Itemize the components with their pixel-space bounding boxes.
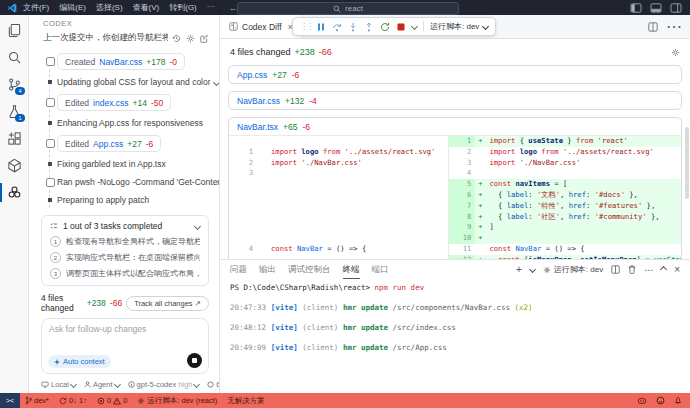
maximize-panel-icon[interactable] [660,266,667,273]
run-script-selector[interactable]: 运行脚本: dev [430,21,488,32]
file-card-header[interactable]: NavBar.css+132-4 [229,92,681,109]
tasks-header[interactable]: 1 out of 3 tasks completed [50,221,200,231]
menu-item-1[interactable]: 编辑(E) [59,2,86,13]
panel-tab-问题[interactable]: 问题 [230,260,247,279]
remote-indicator[interactable]: >< [0,393,20,408]
timeline-item[interactable]: Fixing garbled text in App.tsx [57,158,219,170]
menu-item-0[interactable]: 文件(F) [23,2,49,13]
followup-input[interactable]: Ask for follow-up changes Auto context [41,318,209,374]
activity-item-explorer[interactable] [0,17,28,44]
timeline-item[interactable]: EditedApp.css+27-6 [57,135,219,152]
change-file-link[interactable]: index.css [93,98,128,108]
step-out-icon[interactable] [364,22,374,32]
stop-options-chevron[interactable] [411,23,418,30]
file-card-NavBar.css[interactable]: NavBar.css+132-4 [228,91,682,110]
solution-status[interactable]: 无解决方案 [222,396,270,406]
copilot-icon[interactable] [637,397,647,405]
kill-terminal-icon[interactable] [628,265,636,274]
file-change-card[interactable]: CreatedNavBar.css+178-0 [57,53,185,70]
split-terminal-icon[interactable] [611,265,620,274]
history-icon[interactable] [172,34,181,43]
terminal-token: [vite] [271,323,298,332]
step-into-icon[interactable] [348,22,358,32]
expand-chevron[interactable] [213,79,219,86]
toggle-panel-icon[interactable] [650,3,662,13]
track-all-changes-button[interactable]: Track all changes ↗ [126,296,209,311]
toggle-secondary-sidebar-icon[interactable] [670,3,682,13]
file-name-link[interactable]: App.css [237,70,267,80]
menu-item-2[interactable]: 选择(S) [96,2,123,13]
restart-icon[interactable] [380,22,390,32]
command-center[interactable]: react [237,2,459,15]
sync-status[interactable]: 0↓ 1↑ [54,396,92,405]
active-terminal-label[interactable]: 运行脚本: dev [543,264,603,275]
file-change-card[interactable]: Editedindex.css+14-50 [57,94,171,111]
activity-item-remote[interactable] [0,152,28,179]
auto-context-chip[interactable]: Auto context [48,355,111,368]
pause-icon[interactable] [316,22,326,32]
problems-status[interactable]: 0 0 [92,396,132,405]
drag-grip-icon[interactable]: ⋮⋮ [300,22,312,31]
codex-summary-row[interactable]: 上一次提交中，你创建的导航栏将整个页面做成了移动... [29,30,219,44]
feedback-icon[interactable] [656,396,665,405]
panel-tab-调试控制台[interactable]: 调试控制台 [288,260,331,279]
step-over-icon[interactable] [332,22,342,32]
removed-count: -66 [110,298,122,308]
activity-item-testing[interactable]: 1 [0,98,28,125]
file-card-NavBar.tsx[interactable]: NavBar.tsx+65-61+import { useState } fro… [228,117,682,259]
activity-item-search[interactable] [0,44,28,71]
stop-button[interactable] [187,353,202,368]
activity-item-source-control[interactable]: 4 [0,71,28,98]
timeline-item[interactable]: Ran pwsh -NoLogo -Command 'Get-Content A… [57,176,219,188]
timeline-item[interactable]: Enhancing App.css for responsiveness [57,117,219,129]
menu-item-4[interactable]: 转到(G) [169,2,197,13]
running-task-status[interactable]: 运行脚本: dev (react) [132,396,222,406]
menu-item-3[interactable]: 查看(V) [133,2,160,13]
change-file-link[interactable]: App.css [93,139,123,149]
code-token: : [528,190,537,199]
more-actions-icon[interactable]: ⋯ [666,17,682,36]
activity-item-extensions[interactable] [0,125,28,152]
tab-codex-diff[interactable]: Codex Diff × [220,15,303,38]
toggle-sidebar-icon[interactable] [630,3,642,13]
model-selector[interactable]: gpt-5-codex high [128,380,200,389]
tasks-card[interactable]: 1 out of 3 tasks completed 1检查现有导航和全局样式，… [41,215,209,286]
terminal[interactable]: PS D:\Code\CSharp\Radish\react> npm run … [220,279,690,393]
diff-row: 6+ { label: '文档', href: '#docs' }, [229,190,681,201]
file-card-header[interactable]: App.css+27-6 [229,66,681,83]
new-chat-icon[interactable] [200,34,209,43]
new-terminal-icon[interactable]: + [516,264,522,275]
panel-tab-输出[interactable]: 输出 [259,260,276,279]
panel-tab-终端[interactable]: 终端 [343,260,360,279]
close-panel-icon[interactable]: × [674,264,680,275]
file-name-link[interactable]: NavBar.tsx [237,122,278,132]
split-editor-icon[interactable] [648,22,658,32]
mode-selector[interactable]: Agent [84,380,120,389]
environment-selector[interactable]: Local [41,380,76,389]
timeline-item[interactable]: Editedindex.css+14-50 [57,94,219,111]
summary-expand-chevron[interactable] [29,44,219,53]
tasks-collapse-chevron[interactable] [194,222,201,229]
branch-status[interactable]: dev* [20,396,54,405]
file-name-link[interactable]: NavBar.css [237,96,280,106]
file-change-card[interactable]: EditedApp.css+27-6 [57,135,161,152]
code-token: const [489,244,515,253]
settings-gear-icon[interactable] [186,34,195,43]
add-marker [475,147,485,158]
terminal-profile-chevron[interactable] [529,266,536,273]
timeline-item[interactable]: Updating global CSS for layout and color… [57,76,219,88]
panel-more-icon[interactable]: ⋯ [644,265,653,275]
menu-item-5[interactable]: ··· [207,2,215,13]
timeline-item[interactable]: CreatedNavBar.css+178-0 [57,53,219,70]
change-file-link[interactable]: NavBar.css [99,57,142,67]
timeline-item[interactable]: Preparing to apply patch [57,194,219,206]
editor-scrollbar[interactable] [685,127,689,199]
bell-icon[interactable] [674,396,682,405]
stop-debug-icon[interactable] [396,22,406,32]
file-card-header[interactable]: NavBar.tsx+65-6 [229,118,681,136]
activity-item-codex[interactable] [0,179,28,206]
code-token: , [560,201,569,210]
diff-settings-icon[interactable] [671,48,680,57]
panel-tab-端口[interactable]: 端口 [372,260,389,279]
file-card-App.css[interactable]: App.css+27-6 [228,65,682,84]
